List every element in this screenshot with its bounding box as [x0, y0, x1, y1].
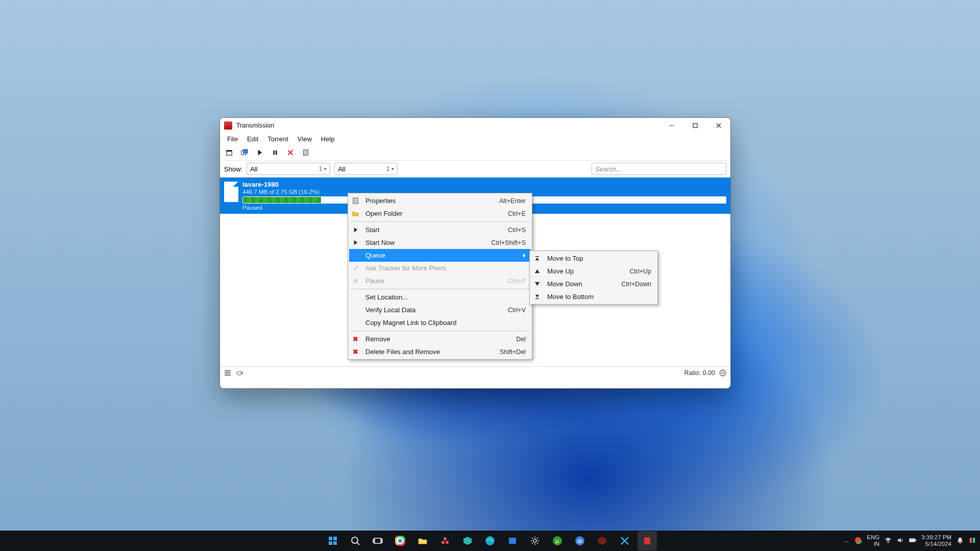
transmission-app-icon [224, 121, 232, 130]
app-red-hex-icon[interactable] [593, 531, 612, 550]
menu-torrent[interactable]: Torrent [263, 134, 292, 144]
ctx-properties[interactable]: Properties Alt+Enter [349, 194, 531, 207]
chevron-down-icon: ▾ [324, 166, 327, 171]
ctx-set-location[interactable]: Set Location... [349, 291, 531, 304]
svg-rect-7 [276, 151, 277, 155]
queue-move-bottom[interactable]: Move to Bottom [531, 290, 656, 303]
pause-button[interactable] [269, 147, 281, 158]
titlebar[interactable]: Transmission [220, 118, 730, 133]
queue-move-up[interactable]: Move Up Ctrl+Up [531, 265, 656, 278]
ctx-delete-remove[interactable]: ✖ Delete Files and Remove Shift+Del [349, 345, 531, 358]
settings-gear-icon[interactable] [525, 531, 545, 550]
svg-rect-25 [333, 541, 337, 545]
clock[interactable]: 3:39:27 PM 5/14/2024 [921, 534, 951, 547]
menubar: File Edit Torrent View Help [220, 133, 730, 145]
start-icon[interactable] [323, 531, 342, 550]
start-button[interactable] [254, 147, 266, 158]
ctx-open-folder[interactable]: Open Folder Ctrl+E [349, 207, 531, 220]
explorer-icon[interactable] [413, 531, 432, 550]
ctx-separator [350, 289, 530, 289]
svg-rect-17 [356, 279, 357, 283]
queue-move-top[interactable]: Move to Top [531, 252, 656, 265]
svg-text:qb: qb [577, 538, 583, 544]
svg-rect-2 [227, 151, 232, 152]
ctx-start[interactable]: Start Ctrl+S [349, 223, 531, 236]
language-indicator[interactable]: ENG IN [867, 534, 879, 547]
taskbar-center: µ qb [323, 531, 657, 550]
taskview-icon[interactable] [368, 531, 387, 550]
svg-rect-23 [333, 537, 337, 540]
properties-icon [350, 197, 360, 204]
tray-overflow-icon[interactable]: ︿ [844, 537, 849, 545]
app-orange-icon[interactable] [435, 531, 455, 550]
svg-marker-51 [898, 538, 901, 543]
svg-rect-56 [970, 538, 972, 543]
play-icon [350, 227, 360, 233]
alt-speed-turtle-icon[interactable] [235, 370, 243, 376]
open-file-button[interactable] [223, 147, 235, 158]
properties-button[interactable] [300, 147, 312, 158]
down-icon [532, 281, 542, 287]
filter-status-count: 1 [318, 165, 322, 172]
menu-edit[interactable]: Edit [243, 134, 262, 144]
svg-text:µ: µ [556, 538, 559, 544]
notifications-icon[interactable] [957, 537, 964, 545]
menu-view[interactable]: View [293, 134, 316, 144]
close-button[interactable] [707, 118, 730, 133]
filter-tracker-select[interactable]: All 1 ▾ [334, 163, 398, 175]
stats-network-icon[interactable] [719, 369, 726, 377]
search-input[interactable]: Search... [592, 163, 726, 175]
system-tray[interactable]: ︿ ENG IN 3:39:27 PM 5/14/2024 [844, 534, 976, 547]
taskbar[interactable]: µ qb ︿ ENG IN 3: [0, 531, 980, 551]
tray-app-icon[interactable] [854, 537, 862, 545]
maximize-button[interactable] [683, 118, 707, 133]
menu-file[interactable]: File [223, 134, 242, 144]
search-placeholder: Search... [595, 165, 622, 173]
ctx-queue[interactable]: Queue [349, 249, 531, 262]
minimize-button[interactable] [660, 118, 683, 133]
wifi-icon[interactable] [885, 537, 892, 545]
window-title: Transmission [236, 122, 660, 129]
chrome-icon[interactable] [390, 531, 410, 550]
utorrent-icon[interactable]: µ [548, 531, 567, 550]
ctx-separator [350, 331, 530, 331]
queue-move-down[interactable]: Move Down Ctrl+Down [531, 278, 656, 290]
svg-marker-19 [534, 269, 539, 273]
svg-rect-22 [329, 537, 332, 540]
progress-fill [243, 197, 321, 203]
edge-icon[interactable] [480, 531, 500, 550]
ctx-start-now[interactable]: Start Now Ctrl+Shift+S [349, 236, 531, 249]
ctx-remove[interactable]: ✖ Remove Del [349, 333, 531, 345]
context-menu: Properties Alt+Enter Open Folder Ctrl+E … [348, 193, 532, 360]
menu-help[interactable]: Help [317, 134, 339, 144]
search-icon[interactable] [346, 531, 365, 550]
qbittorrent-icon[interactable]: qb [570, 531, 590, 550]
svg-marker-38 [463, 537, 472, 545]
svg-rect-0 [693, 123, 697, 128]
top-icon [532, 255, 542, 262]
wand-icon [350, 265, 360, 271]
volume-icon[interactable] [897, 537, 904, 545]
ratio-label: Ratio: 0.00 [684, 369, 715, 377]
app-blue-icon[interactable] [503, 531, 522, 550]
filter-status-select[interactable]: All 1 ▾ [247, 163, 330, 175]
open-url-button[interactable] [238, 147, 251, 158]
queue-submenu: Move to Top Move Up Ctrl+Up Move Down Ct… [529, 251, 658, 305]
filter-tracker-value: All [338, 165, 345, 173]
svg-point-36 [446, 541, 449, 544]
transmission-taskbar-icon[interactable] [638, 531, 657, 550]
options-icon[interactable] [224, 370, 231, 376]
svg-marker-18 [535, 258, 538, 261]
ctx-verify[interactable]: Verify Local Data Ctrl+V [349, 304, 531, 316]
app-cube-icon[interactable] [458, 531, 477, 550]
chevron-down-icon: ▾ [391, 166, 394, 171]
copilot-icon[interactable] [969, 537, 976, 545]
ctx-copy-magnet[interactable]: Copy Magnet Link to Clipboard [349, 316, 531, 329]
svg-rect-27 [374, 538, 381, 543]
svg-point-15 [356, 265, 358, 267]
remove-button[interactable] [284, 147, 297, 158]
svg-point-55 [960, 542, 961, 544]
battery-icon[interactable] [909, 537, 916, 545]
svg-marker-21 [535, 295, 538, 298]
tixati-icon[interactable] [615, 531, 634, 550]
